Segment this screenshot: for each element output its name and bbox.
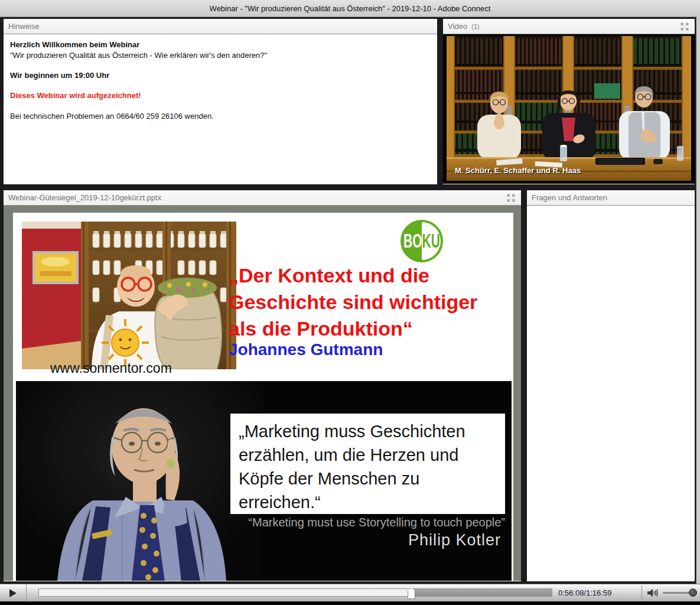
- boku-logo-text-right: KU: [422, 230, 440, 252]
- volume-slider[interactable]: [663, 592, 695, 594]
- progress-remaining: [411, 589, 552, 596]
- herb-sack: [155, 278, 222, 369]
- video-fullscreen-button[interactable]: [679, 21, 690, 32]
- welcome-subtitle: "Wir produzieren Qualität aus Österreich…: [10, 50, 431, 60]
- kotler-photo: [16, 381, 263, 581]
- sonnentor-photo: [22, 222, 236, 369]
- volume-knob[interactable]: [689, 588, 697, 597]
- qa-pod: Fragen und Antworten: [526, 189, 696, 583]
- video-pod-header[interactable]: Video (1): [443, 19, 695, 34]
- sonnentor-sun-logo: [102, 319, 149, 366]
- slide-quote-red-author: Johannes Gutmann: [229, 340, 383, 359]
- fullscreen-icon: [506, 193, 516, 203]
- kotler-quote-author: Philip Kotler: [230, 531, 501, 549]
- window-titlebar: Webinar - "Wir produzieren Qualität aus …: [0, 0, 700, 17]
- webcam-video[interactable]: M. Schürr, E. Schaffer und R. Haas: [447, 36, 691, 181]
- hinweise-pod: Hinweise Herzlich Willkommen beim Webina…: [2, 18, 438, 186]
- water-glass: [560, 145, 567, 161]
- playback-bar: 0:56:08/1:16:59: [0, 584, 700, 601]
- support-notice: Bei technischen Problemen an 0664/60 259…: [10, 111, 431, 121]
- right-edge-strip: [696, 17, 700, 584]
- boku-logo-text-left: BO: [403, 230, 422, 252]
- kotler-quote-box: „Marketing muss Geschichten erzählen, um…: [230, 414, 505, 514]
- water-glass-2: [677, 146, 683, 161]
- boku-logo: BO KU: [401, 220, 443, 262]
- presentation-file-name: Webinar-Gütesiegel_2019-12-10gekürzt.ppt…: [8, 193, 161, 202]
- welcome-title: Herzlich Willkommen beim Webinar: [10, 40, 431, 50]
- window-title: Webinar - "Wir produzieren Qualität aus …: [210, 4, 491, 13]
- presentation-pod-header[interactable]: Webinar-Gütesiegel_2019-12-10gekürzt.ppt…: [4, 190, 521, 206]
- slide: www.sonnentor.com BO KU „Der Kontext und…: [13, 213, 513, 581]
- recording-notice: Dieses Webinar wird aufgezeichnet!: [10, 90, 431, 100]
- presentation-fullscreen-button[interactable]: [506, 193, 516, 203]
- video-pod: Video (1): [442, 18, 696, 186]
- slide-website: www.sonnentor.com: [50, 360, 172, 376]
- video-content[interactable]: M. Schürr, E. Schaffer und R. Haas: [443, 34, 695, 184]
- bottom-strip: [0, 601, 700, 605]
- video-pod-title: Video: [448, 22, 467, 31]
- presentation-pod: Webinar-Gütesiegel_2019-12-10gekürzt.ppt…: [2, 189, 522, 583]
- fullscreen-icon: [680, 22, 689, 31]
- slide-kotler-section: „Marketing muss Geschichten erzählen, um…: [16, 381, 512, 581]
- kotler-quote-english: “Marketing must use Storytelling to touc…: [230, 516, 505, 529]
- qa-pod-header[interactable]: Fragen und Antworten: [527, 190, 695, 206]
- start-time-notice: Wir beginnen um 19:00 Uhr: [10, 70, 431, 80]
- qa-pod-title: Fragen und Antworten: [532, 193, 607, 202]
- presentation-content[interactable]: www.sonnentor.com BO KU „Der Kontext und…: [4, 206, 521, 581]
- volume-icon[interactable]: [647, 588, 659, 600]
- hinweise-pod-header[interactable]: Hinweise: [4, 19, 437, 34]
- hinweise-content: Herzlich Willkommen beim Webinar "Wir pr…: [4, 34, 437, 126]
- qa-content[interactable]: [527, 206, 695, 581]
- volume-separator: [642, 586, 642, 600]
- seek-bar[interactable]: [38, 588, 552, 597]
- slide-quote-red: „Der Kontext und die Geschichte sind wic…: [229, 262, 513, 342]
- play-icon: [9, 589, 17, 597]
- video-caption: M. Schürr, E. Schaffer und R. Haas: [455, 166, 581, 175]
- video-participant-count: (1): [471, 23, 479, 30]
- playback-time: 0:56:08/1:16:59: [558, 584, 611, 601]
- webcam-scene-illustration: [447, 36, 691, 181]
- play-button[interactable]: [0, 584, 27, 601]
- hinweise-pod-title: Hinweise: [8, 22, 40, 31]
